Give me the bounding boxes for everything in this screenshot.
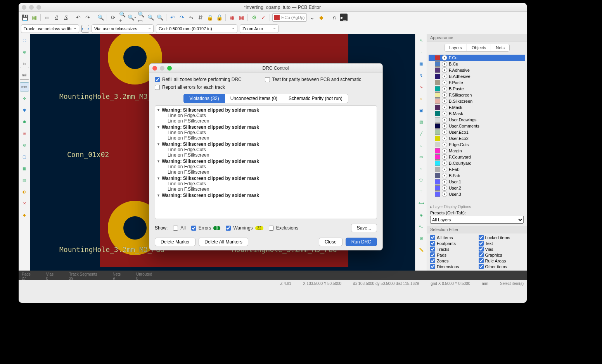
- polar-coord-icon[interactable]: ⊕: [20, 47, 29, 57]
- layer-row[interactable]: User.1: [429, 179, 525, 185]
- tab-schematic-parity[interactable]: Schematic Parity (not run): [283, 94, 348, 103]
- layer-row[interactable]: B.Cu: [429, 61, 525, 67]
- route-diff-icon[interactable]: ∿: [417, 82, 426, 91]
- filter-checkbox[interactable]: Other items: [479, 264, 524, 269]
- visibility-toggle-icon[interactable]: [442, 142, 447, 147]
- layer-color-swatch[interactable]: [435, 173, 440, 178]
- filter-checkbox[interactable]: Dimensions: [430, 264, 476, 269]
- layer-color-swatch[interactable]: [435, 105, 440, 110]
- redo-icon[interactable]: ↷: [84, 14, 92, 21]
- layer-row[interactable]: F.Silkscreen: [429, 92, 525, 98]
- zoom-select[interactable]: Zoom Auto: [240, 24, 279, 33]
- add-arc-icon[interactable]: ◟: [417, 140, 426, 150]
- tune-length-icon[interactable]: ○: [417, 94, 426, 103]
- layer-row[interactable]: B.Mask: [429, 110, 525, 117]
- measure-icon[interactable]: 📏: [417, 245, 426, 254]
- layer-color-swatch[interactable]: [435, 123, 440, 129]
- zoom-fit-icon[interactable]: 🔍▭: [137, 14, 145, 21]
- contrast-icon[interactable]: ◐: [20, 187, 29, 196]
- visibility-toggle-icon[interactable]: [442, 98, 447, 104]
- add-dimension-icon[interactable]: ⟷: [417, 198, 426, 208]
- filter-checkbox[interactable]: Locked items: [479, 235, 524, 240]
- pad-display-icon[interactable]: ▢: [20, 152, 29, 161]
- visibility-toggle-icon[interactable]: [442, 111, 447, 116]
- layer-color-swatch[interactable]: [435, 167, 440, 172]
- unit-in-button[interactable]: in: [20, 59, 29, 68]
- page-settings-icon[interactable]: ▭: [43, 14, 51, 21]
- test-parity-checkbox[interactable]: Test for parity between PCB and schemati…: [265, 77, 361, 82]
- track-width-select[interactable]: Track: use netclass width: [21, 24, 79, 33]
- board-setup-icon[interactable]: ▦: [30, 14, 38, 21]
- footprint-browser-icon[interactable]: ▦: [237, 14, 245, 21]
- violation-detail[interactable]: Line on Edge.Cuts: [157, 113, 375, 118]
- violations-list[interactable]: ▼Warning: Silkscreen clipped by solder m…: [155, 105, 377, 219]
- visibility-toggle-icon[interactable]: [442, 179, 447, 185]
- track-width-auto-icon[interactable]: ⟷: [81, 25, 89, 33]
- flip-h-icon[interactable]: ⇋: [187, 14, 195, 21]
- layer-display-options[interactable]: ▸ Layer Display Options: [427, 204, 527, 210]
- route-track-icon[interactable]: ↯: [417, 71, 426, 80]
- tab-unconnected[interactable]: Unconnected Items (0): [225, 94, 283, 103]
- run-drc-button[interactable]: Run DRC: [346, 238, 377, 246]
- add-via-icon[interactable]: ▣: [417, 105, 426, 115]
- visibility-toggle-icon[interactable]: [442, 185, 447, 191]
- unlock-icon[interactable]: 🔓: [215, 14, 223, 21]
- visibility-toggle-icon[interactable]: [442, 148, 447, 154]
- violation-detail[interactable]: Line on Edge.Cuts: [157, 147, 375, 152]
- zoom-tool-icon[interactable]: 🔍: [147, 14, 154, 21]
- layer-row[interactable]: B.Courtyard: [429, 160, 525, 166]
- filter-checkbox[interactable]: Text: [479, 241, 524, 246]
- layer-row[interactable]: B.Fab: [429, 173, 525, 179]
- flip-v-icon[interactable]: ⇵: [197, 14, 204, 21]
- visibility-toggle-icon[interactable]: [442, 123, 447, 129]
- layer-row[interactable]: User.2: [429, 185, 525, 191]
- place-footprint-icon[interactable]: ⊞: [417, 233, 426, 243]
- zoom-selection-icon[interactable]: 🔍: [156, 14, 164, 21]
- layer-color-swatch[interactable]: [435, 80, 440, 85]
- console-icon[interactable]: ▸_: [340, 14, 348, 21]
- show-all-checkbox[interactable]: All: [173, 225, 185, 231]
- tab-layers[interactable]: Layers: [445, 44, 467, 51]
- layer-row[interactable]: F.Fab: [429, 166, 525, 173]
- layer-color-swatch[interactable]: [435, 160, 440, 166]
- grid-select[interactable]: Grid: 0.5000 mm (0.0197 in): [156, 24, 237, 33]
- layer-color-swatch[interactable]: [435, 117, 440, 122]
- unit-mm-button[interactable]: mm: [20, 82, 29, 91]
- violation-header[interactable]: ▼Warning: Silkscreen clipped by solder m…: [157, 124, 375, 130]
- cursor-shape-icon[interactable]: ✛: [20, 94, 29, 103]
- set-origin-icon[interactable]: ◈: [417, 210, 426, 219]
- rotate-cw-icon[interactable]: ↷: [178, 14, 186, 21]
- layer-row[interactable]: User.Comments: [429, 123, 525, 129]
- ratsnest-icon[interactable]: ✱: [20, 105, 29, 115]
- layer-row[interactable]: Margin: [429, 148, 525, 154]
- layer-color-swatch[interactable]: [435, 129, 440, 135]
- add-zone-icon[interactable]: ▨: [417, 117, 426, 126]
- visibility-toggle-icon[interactable]: [442, 160, 447, 166]
- save-report-button[interactable]: Save...: [351, 224, 377, 232]
- layer-row[interactable]: User.Eco2: [429, 135, 525, 141]
- undo-icon[interactable]: ↶: [74, 14, 82, 21]
- layer-color-swatch[interactable]: [435, 74, 440, 79]
- visibility-toggle-icon[interactable]: [442, 61, 447, 67]
- layer-row[interactable]: Edge.Cuts: [429, 141, 525, 148]
- layer-color-swatch[interactable]: [435, 67, 440, 73]
- pad-number-icon[interactable]: ▤: [20, 175, 29, 185]
- layer-row[interactable]: User.3: [429, 191, 525, 197]
- violation-detail[interactable]: Line on F.Silkscreen: [157, 135, 375, 141]
- zoom-in-icon[interactable]: 🔍+: [119, 14, 126, 21]
- violation-header[interactable]: ▼Warning: Silkscreen clipped by solder m…: [157, 193, 375, 198]
- footprint-editor-icon[interactable]: ▦: [228, 14, 236, 21]
- filter-checkbox[interactable]: Pads: [430, 252, 476, 257]
- layer-color-swatch[interactable]: [435, 191, 440, 197]
- highlight-net-icon[interactable]: ⫠: [417, 47, 426, 57]
- layer-selector[interactable]: F.Cu (PgUp): [272, 13, 307, 22]
- layer-color-swatch[interactable]: [435, 185, 440, 191]
- show-exclusions-checkbox[interactable]: Exclusions: [269, 225, 298, 231]
- layer-row[interactable]: B.Paste: [429, 86, 525, 92]
- violation-header[interactable]: ▼Warning: Silkscreen clipped by solder m…: [157, 107, 375, 113]
- visibility-toggle-icon[interactable]: [442, 154, 447, 160]
- visibility-toggle-icon[interactable]: [442, 105, 447, 110]
- add-polygon-icon[interactable]: ⬠: [417, 175, 426, 185]
- grid-toggle-icon[interactable]: ∷: [20, 36, 29, 45]
- local-ratsnest-icon[interactable]: ▦: [417, 59, 426, 68]
